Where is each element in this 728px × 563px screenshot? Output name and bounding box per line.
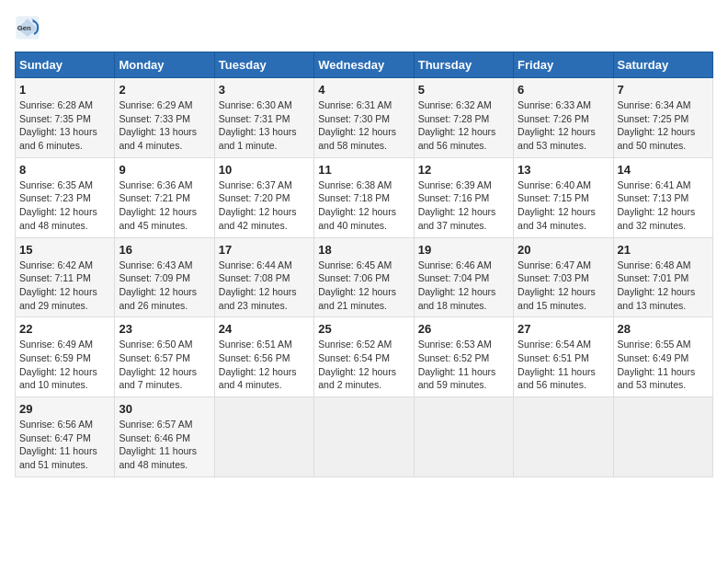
day-number: 19 — [418, 243, 509, 257]
day-info: Sunrise: 6:46 AMSunset: 7:04 PMDaylight:… — [418, 259, 509, 313]
header-day-tuesday: Tuesday — [214, 52, 313, 78]
header-day-monday: Monday — [115, 52, 214, 78]
calendar-week-1: 1Sunrise: 6:28 AMSunset: 7:35 PMDaylight… — [16, 78, 713, 158]
day-number: 6 — [518, 83, 609, 97]
calendar-cell — [414, 397, 513, 477]
day-info: Sunrise: 6:35 AMSunset: 7:23 PMDaylight:… — [19, 178, 110, 233]
calendar-cell: 13Sunrise: 6:40 AMSunset: 7:15 PMDayligh… — [514, 157, 613, 237]
day-number: 22 — [19, 322, 110, 336]
calendar-cell: 27Sunrise: 6:54 AMSunset: 6:51 PMDayligh… — [514, 317, 613, 397]
day-number: 23 — [119, 322, 210, 336]
day-number: 9 — [119, 163, 210, 177]
calendar-cell: 16Sunrise: 6:43 AMSunset: 7:09 PMDayligh… — [115, 237, 214, 317]
day-number: 27 — [518, 322, 609, 336]
day-info: Sunrise: 6:32 AMSunset: 7:28 PMDaylight:… — [418, 98, 509, 153]
day-info: Sunrise: 6:47 AMSunset: 7:03 PMDaylight:… — [518, 259, 609, 313]
day-info: Sunrise: 6:31 AMSunset: 7:30 PMDaylight:… — [318, 98, 409, 153]
day-number: 12 — [418, 163, 509, 177]
calendar-cell: 3Sunrise: 6:30 AMSunset: 7:31 PMDaylight… — [214, 78, 313, 158]
day-number: 17 — [219, 243, 310, 257]
calendar-cell — [514, 397, 613, 477]
calendar-cell: 6Sunrise: 6:33 AMSunset: 7:26 PMDaylight… — [514, 78, 613, 158]
calendar-cell: 8Sunrise: 6:35 AMSunset: 7:23 PMDaylight… — [16, 157, 115, 237]
day-info: Sunrise: 6:41 AMSunset: 7:13 PMDaylight:… — [618, 178, 709, 233]
calendar-cell: 19Sunrise: 6:46 AMSunset: 7:04 PMDayligh… — [414, 237, 513, 317]
calendar-cell: 10Sunrise: 6:37 AMSunset: 7:20 PMDayligh… — [214, 157, 313, 237]
day-info: Sunrise: 6:42 AMSunset: 7:11 PMDaylight:… — [19, 259, 110, 313]
day-info: Sunrise: 6:37 AMSunset: 7:20 PMDaylight:… — [219, 178, 310, 233]
day-number: 15 — [19, 243, 110, 257]
calendar-header-row: SundayMondayTuesdayWednesdayThursdayFrid… — [16, 52, 713, 78]
day-info: Sunrise: 6:44 AMSunset: 7:08 PMDaylight:… — [219, 259, 310, 313]
calendar-cell: 1Sunrise: 6:28 AMSunset: 7:35 PMDaylight… — [16, 78, 115, 158]
day-info: Sunrise: 6:55 AMSunset: 6:49 PMDaylight:… — [618, 338, 709, 392]
day-info: Sunrise: 6:29 AMSunset: 7:33 PMDaylight:… — [119, 98, 210, 153]
calendar-cell: 25Sunrise: 6:52 AMSunset: 6:54 PMDayligh… — [314, 317, 414, 397]
calendar-cell: 30Sunrise: 6:57 AMSunset: 6:46 PMDayligh… — [115, 397, 214, 477]
svg-text:Gen: Gen — [17, 24, 31, 32]
day-number: 4 — [318, 83, 409, 97]
day-number: 5 — [418, 83, 509, 97]
calendar-week-5: 29Sunrise: 6:56 AMSunset: 6:47 PMDayligh… — [16, 397, 713, 477]
day-info: Sunrise: 6:51 AMSunset: 6:56 PMDaylight:… — [219, 338, 310, 392]
day-number: 3 — [219, 83, 310, 97]
calendar-cell — [314, 397, 414, 477]
calendar-cell: 14Sunrise: 6:41 AMSunset: 7:13 PMDayligh… — [613, 157, 712, 237]
day-info: Sunrise: 6:33 AMSunset: 7:26 PMDaylight:… — [518, 98, 609, 153]
day-number: 10 — [219, 163, 310, 177]
day-info: Sunrise: 6:45 AMSunset: 7:06 PMDaylight:… — [318, 259, 409, 313]
day-number: 14 — [618, 163, 709, 177]
day-number: 29 — [19, 402, 110, 416]
day-number: 28 — [618, 322, 709, 336]
calendar-cell: 15Sunrise: 6:42 AMSunset: 7:11 PMDayligh… — [16, 237, 115, 317]
calendar-cell: 18Sunrise: 6:45 AMSunset: 7:06 PMDayligh… — [314, 237, 414, 317]
calendar-cell: 23Sunrise: 6:50 AMSunset: 6:57 PMDayligh… — [115, 317, 214, 397]
calendar-cell: 2Sunrise: 6:29 AMSunset: 7:33 PMDaylight… — [115, 78, 214, 158]
day-number: 7 — [618, 83, 709, 97]
day-info: Sunrise: 6:43 AMSunset: 7:09 PMDaylight:… — [119, 259, 210, 313]
day-number: 2 — [119, 83, 210, 97]
day-info: Sunrise: 6:30 AMSunset: 7:31 PMDaylight:… — [219, 98, 310, 153]
calendar-cell: 29Sunrise: 6:56 AMSunset: 6:47 PMDayligh… — [16, 397, 115, 477]
calendar-cell: 4Sunrise: 6:31 AMSunset: 7:30 PMDaylight… — [314, 78, 414, 158]
day-info: Sunrise: 6:57 AMSunset: 6:46 PMDaylight:… — [119, 418, 210, 472]
calendar-cell: 9Sunrise: 6:36 AMSunset: 7:21 PMDaylight… — [115, 157, 214, 237]
calendar-table: SundayMondayTuesdayWednesdayThursdayFrid… — [15, 52, 713, 477]
calendar-cell: 24Sunrise: 6:51 AMSunset: 6:56 PMDayligh… — [214, 317, 313, 397]
day-info: Sunrise: 6:34 AMSunset: 7:25 PMDaylight:… — [618, 98, 709, 153]
day-info: Sunrise: 6:38 AMSunset: 7:18 PMDaylight:… — [318, 178, 409, 233]
calendar-week-3: 15Sunrise: 6:42 AMSunset: 7:11 PMDayligh… — [16, 237, 713, 317]
day-info: Sunrise: 6:40 AMSunset: 7:15 PMDaylight:… — [518, 178, 609, 233]
day-number: 26 — [418, 322, 509, 336]
calendar-cell: 26Sunrise: 6:53 AMSunset: 6:52 PMDayligh… — [414, 317, 513, 397]
page-header: Gen — [15, 15, 713, 40]
day-number: 1 — [19, 83, 110, 97]
header-day-wednesday: Wednesday — [314, 52, 414, 78]
calendar-cell: 12Sunrise: 6:39 AMSunset: 7:16 PMDayligh… — [414, 157, 513, 237]
calendar-cell: 22Sunrise: 6:49 AMSunset: 6:59 PMDayligh… — [16, 317, 115, 397]
calendar-cell — [613, 397, 712, 477]
day-info: Sunrise: 6:48 AMSunset: 7:01 PMDaylight:… — [618, 259, 709, 313]
day-info: Sunrise: 6:50 AMSunset: 6:57 PMDaylight:… — [119, 338, 210, 392]
day-number: 18 — [318, 243, 409, 257]
header-day-thursday: Thursday — [414, 52, 513, 78]
day-number: 24 — [219, 322, 310, 336]
day-number: 16 — [119, 243, 210, 257]
calendar-cell: 21Sunrise: 6:48 AMSunset: 7:01 PMDayligh… — [613, 237, 712, 317]
calendar-week-2: 8Sunrise: 6:35 AMSunset: 7:23 PMDaylight… — [16, 157, 713, 237]
day-info: Sunrise: 6:54 AMSunset: 6:51 PMDaylight:… — [518, 338, 609, 392]
header-day-friday: Friday — [514, 52, 613, 78]
calendar-week-4: 22Sunrise: 6:49 AMSunset: 6:59 PMDayligh… — [16, 317, 713, 397]
day-number: 11 — [318, 163, 409, 177]
day-info: Sunrise: 6:52 AMSunset: 6:54 PMDaylight:… — [318, 338, 409, 392]
day-number: 20 — [518, 243, 609, 257]
logo-icon: Gen — [15, 15, 40, 40]
day-info: Sunrise: 6:39 AMSunset: 7:16 PMDaylight:… — [418, 178, 509, 233]
day-info: Sunrise: 6:56 AMSunset: 6:47 PMDaylight:… — [19, 418, 110, 472]
logo: Gen — [15, 15, 44, 40]
calendar-cell: 20Sunrise: 6:47 AMSunset: 7:03 PMDayligh… — [514, 237, 613, 317]
day-number: 8 — [19, 163, 110, 177]
header-day-sunday: Sunday — [16, 52, 115, 78]
day-number: 30 — [119, 402, 210, 416]
day-info: Sunrise: 6:49 AMSunset: 6:59 PMDaylight:… — [19, 338, 110, 392]
